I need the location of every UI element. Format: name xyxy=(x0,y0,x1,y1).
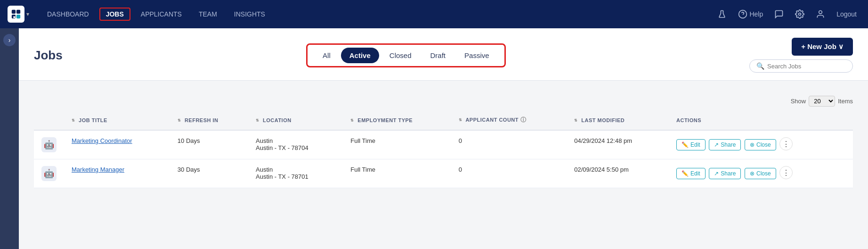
main-content: Jobs All Active Closed Draft Passive + N… xyxy=(19,28,868,249)
table-row: 🤖 Marketing Manager 30 Days Austin Austi… xyxy=(34,159,853,188)
filter-tab-active[interactable]: Active xyxy=(341,48,379,63)
location-cell: Austin Austin - TX - 78701 xyxy=(248,159,343,188)
edit-button[interactable]: ✏️ Edit xyxy=(676,168,706,179)
close-button[interactable]: ⊗ Close xyxy=(745,168,776,179)
logo-caret-icon[interactable]: ▾ xyxy=(26,11,29,17)
sort-icon: ⇅ xyxy=(72,119,75,123)
search-input[interactable] xyxy=(767,63,846,70)
settings-icon-btn[interactable] xyxy=(791,7,808,22)
user-icon-btn[interactable] xyxy=(812,7,829,22)
edit-button[interactable]: ✏️ Edit xyxy=(676,139,706,150)
applicant-count-cell: 0 xyxy=(451,130,567,159)
circle-x-icon: ⊗ xyxy=(750,170,754,177)
search-wrap: 🔍 xyxy=(749,59,853,73)
filter-tabs-wrap: All Active Closed Draft Passive xyxy=(63,43,749,67)
sort-icon: ⇅ xyxy=(459,118,462,122)
filter-tab-passive[interactable]: Passive xyxy=(456,48,498,63)
filter-tab-closed[interactable]: Closed xyxy=(381,48,420,63)
filter-tab-draft[interactable]: Draft xyxy=(422,48,454,63)
nav-dashboard[interactable]: DASHBOARD xyxy=(41,8,96,21)
table-section: Show 20 50 100 Items ⇅ JOB TITLE xyxy=(19,92,868,188)
pencil-icon: ✏️ xyxy=(681,141,689,148)
flask-icon-btn[interactable] xyxy=(714,7,730,22)
svg-point-7 xyxy=(799,13,801,16)
show-items-bar: Show 20 50 100 Items xyxy=(34,92,853,110)
circle-x-icon: ⊗ xyxy=(750,141,754,148)
svg-point-8 xyxy=(819,11,822,14)
nav-insights[interactable]: INSIGHTS xyxy=(227,8,272,21)
job-title-link[interactable]: Marketing Manager xyxy=(72,166,124,173)
chat-icon-btn[interactable] xyxy=(771,7,787,22)
filter-tab-all[interactable]: All xyxy=(314,48,339,63)
location-city: Austin xyxy=(256,166,335,173)
actions-cell: ✏️ Edit ↗ Share ⊗ Close ⋮ xyxy=(669,130,853,159)
share-button[interactable]: ↗ Share xyxy=(709,168,741,179)
filter-tabs-highlight: All Active Closed Draft Passive xyxy=(306,43,505,67)
sidebar: › xyxy=(0,28,19,249)
location-cell: Austin Austin - TX - 78704 xyxy=(248,130,343,159)
svg-rect-0 xyxy=(12,10,16,14)
sidebar-toggle-btn[interactable]: › xyxy=(3,34,16,46)
help-label: Help xyxy=(749,10,763,18)
nav-team[interactable]: TEAM xyxy=(192,8,224,21)
location-city: Austin xyxy=(256,137,335,144)
show-label: Show xyxy=(791,98,806,105)
last-modified-cell: 04/29/2024 12:48 pm xyxy=(567,130,669,159)
th-refresh-in[interactable]: ⇅ REFRESH IN xyxy=(170,110,248,130)
logo-icon[interactable] xyxy=(8,6,24,23)
svg-rect-3 xyxy=(16,15,20,18)
location-detail: Austin - TX - 78704 xyxy=(256,144,335,151)
employment-type-cell: Full Time xyxy=(343,130,451,159)
svg-rect-1 xyxy=(16,10,20,14)
page-header-top: Jobs All Active Closed Draft Passive + N… xyxy=(34,38,853,73)
th-applicant-count[interactable]: ⇅ APPLICANT COUNT ⓘ xyxy=(451,110,567,130)
show-count-select[interactable]: 20 50 100 xyxy=(809,96,835,107)
th-employment-type[interactable]: ⇅ EMPLOYMENT TYPE xyxy=(343,110,451,130)
th-actions: ACTIONS xyxy=(669,110,853,130)
job-title-link[interactable]: Marketing Coordinator xyxy=(72,137,132,144)
th-location[interactable]: ⇅ LOCATION xyxy=(248,110,343,130)
sort-icon: ⇅ xyxy=(178,119,181,123)
refresh-in-cell: 10 Days xyxy=(170,130,248,159)
search-icon: 🔍 xyxy=(756,62,764,70)
sort-icon: ⇅ xyxy=(256,119,260,123)
header-right: + New Job ∨ 🔍 xyxy=(749,38,853,73)
table-row: 🤖 Marketing Coordinator 10 Days Austin A… xyxy=(34,130,853,159)
job-icon: 🤖 xyxy=(41,166,57,181)
job-icon: 🤖 xyxy=(41,137,57,152)
more-options-button[interactable]: ⋮ xyxy=(779,166,793,179)
pencil-icon: ✏️ xyxy=(681,170,689,177)
employment-type-cell: Full Time xyxy=(343,159,451,188)
page-title: Jobs xyxy=(34,48,63,63)
sort-icon: ⇅ xyxy=(350,119,354,123)
sort-icon: ⇅ xyxy=(574,119,578,123)
nav-jobs[interactable]: JOBS xyxy=(99,8,130,21)
last-modified-cell: 02/09/2024 5:50 pm xyxy=(567,159,669,188)
close-button[interactable]: ⊗ Close xyxy=(745,139,776,150)
new-job-button[interactable]: + New Job ∨ xyxy=(792,38,853,56)
actions-cell: ✏️ Edit ↗ Share ⊗ Close ⋮ xyxy=(669,159,853,188)
share-icon: ↗ xyxy=(714,141,719,148)
applicant-count-cell: 0 xyxy=(451,159,567,188)
location-detail: Austin - TX - 78701 xyxy=(256,173,335,180)
refresh-in-cell: 30 Days xyxy=(170,159,248,188)
jobs-table: ⇅ JOB TITLE ⇅ REFRESH IN ⇅ LOCATION ⇅ xyxy=(34,110,853,188)
share-icon: ↗ xyxy=(714,170,719,177)
more-options-button[interactable]: ⋮ xyxy=(779,137,793,150)
th-job-title[interactable]: ⇅ JOB TITLE xyxy=(64,110,170,130)
logout-button[interactable]: Logout xyxy=(833,8,860,21)
logo-wrap: ▾ xyxy=(8,6,29,23)
page-header: Jobs All Active Closed Draft Passive + N… xyxy=(19,28,868,81)
applicant-count-info-icon: ⓘ xyxy=(520,116,527,123)
items-label: Items xyxy=(838,98,853,105)
help-icon-btn[interactable]: Help xyxy=(734,7,767,22)
th-last-modified[interactable]: ⇅ LAST MODIFIED xyxy=(567,110,669,130)
nav-applicants[interactable]: APPLICANTS xyxy=(134,8,188,21)
top-nav: ▾ DASHBOARD JOBS APPLICANTS TEAM INSIGHT… xyxy=(0,0,868,28)
share-button[interactable]: ↗ Share xyxy=(709,139,741,150)
nav-right: Help Logout xyxy=(714,7,860,22)
